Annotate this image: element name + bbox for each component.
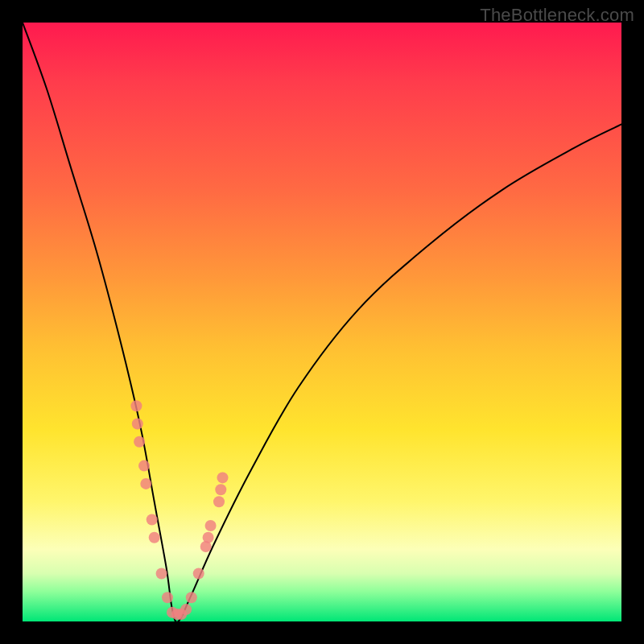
marker-dot: [162, 592, 173, 603]
marker-dot: [134, 436, 145, 448]
marker-dot: [215, 484, 226, 495]
marker-dot: [180, 604, 192, 615]
marker-dot: [149, 532, 160, 543]
chart-frame: TheBottleneck.com: [0, 0, 644, 644]
marker-dot: [138, 460, 150, 472]
marker-dot: [186, 592, 197, 603]
marker-dot: [193, 568, 204, 580]
highlight-markers: [130, 400, 228, 620]
watermark-text: TheBottleneck.com: [480, 5, 634, 26]
marker-dot: [213, 496, 225, 507]
marker-dot: [217, 472, 229, 483]
plot-area: [23, 23, 621, 621]
marker-dot: [130, 400, 142, 411]
bottleneck-curve: [23, 23, 621, 621]
marker-dot: [203, 532, 214, 543]
bottleneck-chart: [23, 23, 621, 621]
marker-dot: [156, 568, 167, 580]
marker-dot: [147, 514, 158, 526]
marker-dot: [132, 419, 143, 430]
marker-dot: [140, 478, 151, 489]
marker-dot: [205, 520, 217, 531]
